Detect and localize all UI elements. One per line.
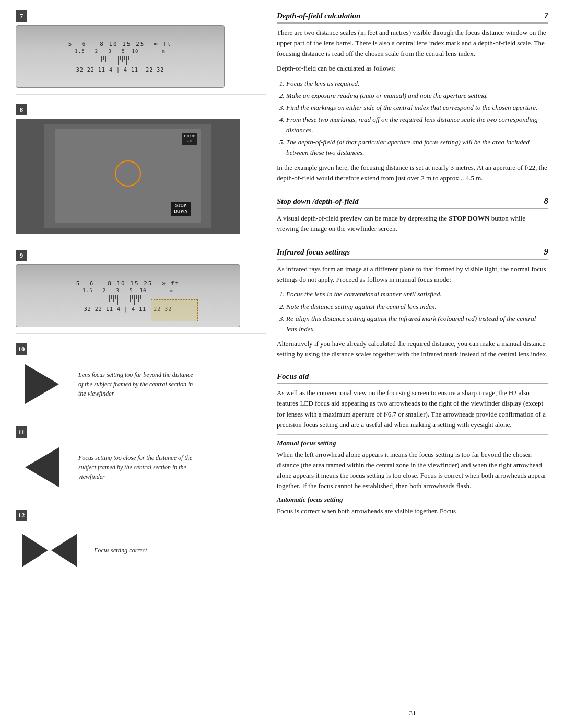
figure-10-block: 10 Lens focus setting too far beyond the… <box>16 343 266 417</box>
scale9-mid-numbers: 1.5 2 3 5 10 m <box>83 288 173 293</box>
auto-focus-text: Focus is correct when both arrowheads ar… <box>277 506 548 516</box>
figure-9-block: 9 5 6 8 10 15 25 ∞ ft 1.5 2 3 5 10 m <box>16 250 266 334</box>
arrow-right-icon <box>25 364 59 404</box>
section-depth-of-field: Depth-of-field calculation 7 There are t… <box>277 10 548 188</box>
figure-12-block: 12 Focus setting correct <box>16 510 266 583</box>
arrow-right-wrap <box>16 363 68 405</box>
scale9-tick-marks <box>109 295 147 305</box>
auto-focus-subsection-title: Automatic focus setting <box>277 495 548 504</box>
section-focus-aid: Focus aid As well as the conventional vi… <box>277 372 548 521</box>
section-depth-num: 7 <box>544 10 549 21</box>
left-column: 7 5 6 8 10 15 25 ∞ ft 1.5 2 3 5 10 m <box>0 0 272 728</box>
figure-7-number: 7 <box>16 10 27 22</box>
section-stop-num: 8 <box>544 196 549 206</box>
figure-10-number: 10 <box>16 343 27 355</box>
figure-11-caption: Focus setting too close for the distance… <box>78 453 193 481</box>
figure-8-block: 8 HA UP••© STOPDOWN <box>16 104 266 240</box>
page-number: 31 <box>277 699 548 718</box>
scale9-top-numbers: 5 6 8 10 15 25 ∞ ft <box>76 280 180 287</box>
manual-focus-text: When the left arrowhead alone appears it… <box>277 449 548 492</box>
section-infrared-num: 9 <box>544 247 549 257</box>
depth-list-item-3: Find the markings on either side of the … <box>286 102 548 113</box>
scale-mid-numbers: 1.5 2 3 5 10 m <box>75 49 165 54</box>
section-focus-aid-header: Focus aid <box>277 372 548 384</box>
stop-para: A visual depth-of-field preview can be m… <box>277 213 548 234</box>
figure-12-caption: Focus setting correct <box>94 546 147 555</box>
section-depth-header: Depth-of-field calculation 7 <box>277 10 548 24</box>
figure-12-number: 12 <box>16 510 27 521</box>
depth-para-1: There are two distance scales (in feet a… <box>277 28 548 59</box>
section-infrared-title: Infrared focus settings <box>277 248 350 257</box>
infrared-list-item-2: Note the distance setting against the ce… <box>286 302 548 312</box>
arrow-left-wrap <box>16 446 68 488</box>
focus-aid-intro: As well as the conventional view on the … <box>277 388 548 430</box>
section-stop-title: Stop down /depth-of-field <box>277 197 359 206</box>
depth-extra: In the example given here, the focusing … <box>277 163 548 183</box>
infrared-list-item-1: Focus the lens in the conventional manne… <box>286 289 548 299</box>
scale-tick-marks <box>101 56 139 65</box>
viewfinder-image: HA UP••© STOPDOWN <box>55 129 201 223</box>
focus-circle <box>115 160 141 187</box>
infrared-extra: Alternatively if you have already calcul… <box>277 339 548 360</box>
arrow-both-wrap <box>16 529 84 571</box>
depth-list-item-4: From these two markings, read off on the… <box>286 114 548 135</box>
manual-focus-subsection-title: Manual focus setting <box>277 439 548 447</box>
figure-12-arrow-figure: Focus setting correct <box>16 524 266 576</box>
figure-7-block: 7 5 6 8 10 15 25 ∞ ft 1.5 2 3 5 10 m <box>16 10 266 95</box>
focus-aid-divider <box>277 434 548 435</box>
figure-11-block: 11 Focus setting too close for the dista… <box>16 426 266 500</box>
camera-view-inner: HA UP••© STOPDOWN <box>44 124 212 228</box>
figure-7-image: 5 6 8 10 15 25 ∞ ft 1.5 2 3 5 10 m <box>16 25 240 88</box>
scale-top-numbers: 5 6 8 10 15 25 ∞ ft <box>68 41 172 48</box>
depth-list: Focus the lens as required. Make an expo… <box>286 78 548 158</box>
arrow-left-icon <box>25 447 59 487</box>
figure-10-arrow-figure: Lens focus setting too far beyond the di… <box>16 358 266 410</box>
stop-bold-1: STOP DOWN <box>449 214 489 222</box>
infrared-para-1: As infrared rays form an image at a diff… <box>277 264 548 285</box>
figure-9-image: 5 6 8 10 15 25 ∞ ft 1.5 2 3 5 10 m <box>16 264 240 327</box>
arrow-both-left <box>51 534 77 567</box>
depth-para-2: Depth-of-field can be calculated as foll… <box>277 63 548 74</box>
infrared-highlight-zone <box>151 299 198 321</box>
stop-down-button: STOPDOWN <box>171 202 191 216</box>
scale-bottom-numbers: 32 22 11 4 | 4 11 22 32 <box>76 67 164 73</box>
section-focus-aid-title: Focus aid <box>277 372 309 381</box>
section-infrared-header: Infrared focus settings 9 <box>277 247 548 260</box>
arrow-both-right <box>22 534 48 567</box>
section-depth-title: Depth-of-field calculation <box>277 11 360 20</box>
figure-8-number: 8 <box>16 104 27 115</box>
section-stop-header: Stop down /depth-of-field 8 <box>277 196 548 209</box>
depth-list-item-5: The depth-of-field (at that particular a… <box>286 137 548 158</box>
depth-list-item-1: Focus the lens as required. <box>286 78 548 89</box>
ha-up-indicator: HA UP••© <box>182 133 197 145</box>
lens-scale-diagram: 5 6 8 10 15 25 ∞ ft 1.5 2 3 5 10 m <box>16 25 225 88</box>
figure-9-number: 9 <box>16 250 27 261</box>
section-stop-down: Stop down /depth-of-field 8 A visual dep… <box>277 196 548 238</box>
depth-list-item-2: Make an exposure reading (auto or manual… <box>286 90 548 101</box>
infrared-list: Focus the lens in the conventional manne… <box>286 289 548 334</box>
infrared-list-item-3: Re-align this distance setting against t… <box>286 314 548 334</box>
right-column: Depth-of-field calculation 7 There are t… <box>272 0 564 728</box>
section-infrared: Infrared focus settings 9 As infrared ra… <box>277 247 548 364</box>
figure-11-number: 11 <box>16 426 27 438</box>
figure-10-caption: Lens focus setting too far beyond the di… <box>78 370 193 398</box>
lens-scale-9-diagram: 5 6 8 10 15 25 ∞ ft 1.5 2 3 5 10 m <box>16 264 240 327</box>
arrow-both-icon <box>22 534 77 567</box>
figure-8-image: HA UP••© STOPDOWN <box>16 119 240 234</box>
figure-11-arrow-figure: Focus setting too close for the distance… <box>16 441 266 493</box>
